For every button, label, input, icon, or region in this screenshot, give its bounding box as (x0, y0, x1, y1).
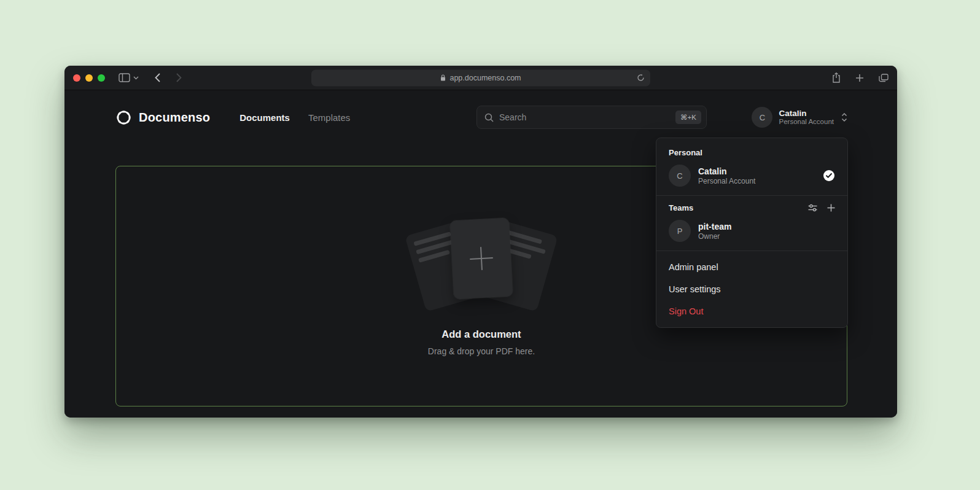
sidebar-chevron-down-icon[interactable] (133, 76, 139, 80)
menu-section-teams-row: Teams (656, 201, 847, 217)
teams-actions (808, 204, 835, 212)
search-bar[interactable]: ⌘+K (476, 106, 707, 129)
dropzone-subtitle: Drag & drop your PDF here. (428, 346, 535, 356)
search-input[interactable] (499, 112, 670, 122)
brand[interactable]: Documenso (115, 109, 210, 126)
address-bar[interactable]: app.documenso.com (311, 69, 650, 86)
history-navigation (155, 73, 182, 82)
manage-teams-icon[interactable] (808, 204, 817, 212)
team-avatar: P (669, 220, 691, 242)
account-menu-trigger[interactable]: C Catalin Personal Account (752, 107, 847, 128)
app-header: Documenso Documents Templates ⌘+K C Cata… (115, 100, 847, 134)
account-name: Catalin (779, 109, 834, 118)
personal-name: Catalin (698, 167, 755, 176)
account-dropdown-menu: Personal C Catalin Personal Account Team… (656, 138, 848, 328)
tab-overview-icon[interactable] (879, 74, 889, 82)
documenso-logo-icon (115, 109, 132, 126)
team-subtitle: Owner (698, 233, 731, 240)
back-button[interactable] (155, 73, 160, 82)
menu-section-personal: Personal (656, 144, 847, 162)
team-name: pit-team (698, 222, 731, 231)
personal-avatar: C (669, 165, 691, 187)
minimize-window-button[interactable] (85, 74, 93, 82)
browser-toolbar: app.documenso.com (64, 66, 897, 90)
dropzone-title: Add a document (441, 329, 521, 340)
zoom-window-button[interactable] (98, 74, 105, 82)
toolbar-right-controls (832, 72, 889, 83)
traffic-lights (73, 74, 105, 82)
account-subtitle: Personal Account (779, 119, 834, 126)
search-icon (484, 113, 494, 122)
share-icon[interactable] (832, 72, 841, 83)
menu-section-teams: Teams (669, 203, 693, 212)
search-shortcut-badge: ⌘+K (675, 111, 701, 124)
nav-templates[interactable]: Templates (308, 112, 350, 123)
document-stack-illustration (405, 217, 558, 314)
menu-item-sign-out[interactable]: Sign Out (656, 300, 847, 322)
team-text: pit-team Owner (698, 222, 731, 240)
new-tab-icon[interactable] (855, 74, 864, 82)
add-team-icon[interactable] (827, 204, 835, 212)
menu-divider (656, 195, 847, 196)
chevron-up-down-icon (841, 112, 847, 122)
menu-personal-account-item[interactable]: C Catalin Personal Account (656, 162, 847, 194)
documenso-page: Documenso Documents Templates ⌘+K C Cata… (64, 90, 897, 418)
forward-button[interactable] (176, 73, 182, 82)
main-nav: Documents Templates (239, 112, 350, 123)
brand-name: Documenso (139, 111, 210, 125)
sidebar-controls (119, 73, 139, 82)
account-avatar: C (752, 107, 772, 128)
menu-item-admin-panel[interactable]: Admin panel (656, 256, 847, 278)
account-text: Catalin Personal Account (779, 109, 834, 126)
personal-text: Catalin Personal Account (698, 167, 755, 185)
nav-documents[interactable]: Documents (239, 112, 290, 123)
sidebar-toggle-icon[interactable] (119, 73, 130, 82)
url-text: app.documenso.com (449, 74, 521, 82)
lock-icon (440, 74, 446, 82)
add-document-plus-icon (469, 246, 494, 271)
browser-window: app.documenso.com (64, 66, 897, 418)
close-window-button[interactable] (73, 74, 80, 82)
reload-icon[interactable] (637, 74, 645, 82)
menu-divider (656, 251, 847, 251)
personal-subtitle: Personal Account (698, 177, 755, 185)
menu-team-item[interactable]: P pit-team Owner (656, 217, 847, 249)
document-card-center (450, 217, 513, 299)
selected-check-icon (823, 169, 835, 182)
menu-item-user-settings[interactable]: User settings (656, 278, 847, 300)
